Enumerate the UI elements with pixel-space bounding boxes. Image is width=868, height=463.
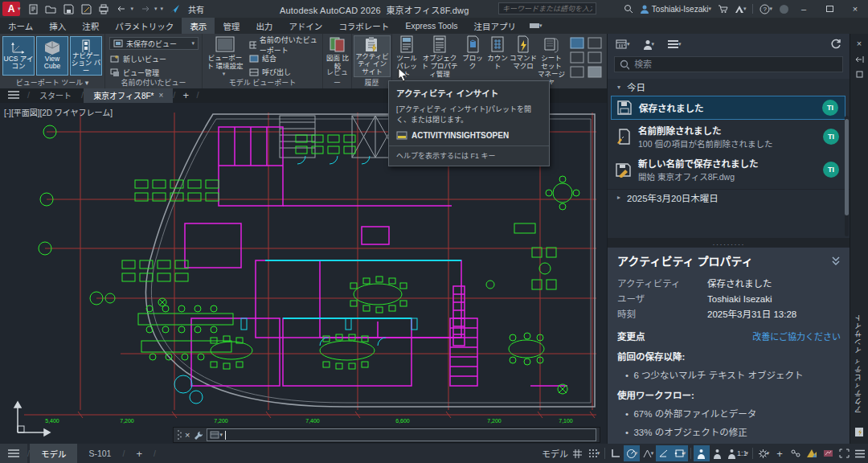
tab-output[interactable]: 出力: [248, 18, 280, 34]
navigation-bar-toggle-button[interactable]: ナビゲーション バー: [70, 36, 102, 76]
cart-icon[interactable]: [718, 4, 728, 14]
autodesk-apps-button[interactable]: ▾: [735, 5, 747, 14]
polar-tracking-toggle[interactable]: ▾: [624, 445, 640, 461]
command-close-icon[interactable]: ×: [185, 430, 190, 440]
help-search-input[interactable]: [498, 2, 596, 14]
layout-menu-icon[interactable]: [0, 444, 27, 463]
date-range-filter-button[interactable]: ▾: [616, 39, 630, 50]
tab-collaborate[interactable]: コラボレート: [330, 18, 397, 34]
tab-parametric[interactable]: パラメトリック: [107, 18, 182, 34]
viewport-controls-label[interactable]: [-][平面図][2D ワイヤフレーム]: [4, 106, 113, 118]
drawing-compare-button[interactable]: 図面 比較: [325, 35, 350, 71]
save-as-icon[interactable]: [80, 3, 92, 15]
tab-start[interactable]: スタート: [30, 87, 81, 103]
palette-properties-icon[interactable]: [856, 71, 863, 78]
isodraft-toggle[interactable]: ▾: [640, 445, 656, 461]
osnap-chevron-icon[interactable]: ▾: [683, 450, 686, 457]
tab-manage[interactable]: 管理: [215, 18, 248, 34]
graphics-performance-button[interactable]: [804, 445, 820, 461]
workspace-switching-button[interactable]: ▾: [755, 445, 772, 461]
redo-icon[interactable]: [139, 3, 151, 15]
activity-insights-button[interactable]: アクティビティ インサイト: [354, 35, 391, 77]
tab-featured-apps[interactable]: 注目アプリ: [466, 18, 525, 34]
named-viewports-button[interactable]: 名前の付いたビューポート: [249, 39, 322, 51]
command-line[interactable]: × ▾: [173, 427, 600, 443]
new-drawing-tab-button[interactable]: +: [175, 87, 196, 103]
command-history-icon[interactable]: [210, 431, 219, 439]
auto-hide-icon[interactable]: [855, 55, 864, 64]
tab-express-tools[interactable]: Express Tools: [397, 18, 465, 34]
view-dropdown[interactable]: 未保存のビュー▾: [109, 37, 199, 50]
plot-icon[interactable]: [98, 3, 110, 15]
new-layout-button[interactable]: +: [125, 444, 154, 463]
layout-tab-s101[interactable]: S-101: [77, 444, 122, 463]
file-tabs-menu-icon[interactable]: [0, 87, 27, 103]
history-scrollbar[interactable]: [845, 116, 849, 236]
viewport-config-button[interactable]: ビューポート 環境設定▾: [206, 35, 244, 77]
isolate-objects-button[interactable]: [788, 445, 804, 461]
restore-viewports-button[interactable]: 呼び出し: [249, 66, 291, 78]
tab-annotate[interactable]: 注釈: [74, 18, 107, 34]
new-file-icon[interactable]: [27, 3, 39, 15]
properties-palette-button[interactable]: オブジェクト プロパティ管理: [421, 35, 458, 78]
tab-view[interactable]: 表示: [182, 18, 215, 34]
palette-close-icon[interactable]: ×: [857, 39, 862, 48]
search-icon[interactable]: [624, 4, 633, 14]
palette-vertical-tab[interactable]: アクティビティ インサイト: [853, 313, 863, 413]
tab-drawing[interactable]: 東京オフィス8F*×: [84, 87, 173, 103]
annotation-visibility-toggle[interactable]: [694, 445, 710, 461]
annotation-scale-button[interactable]: 1:1▾: [726, 445, 750, 461]
palette-search-input[interactable]: [634, 59, 837, 69]
model-space-toggle[interactable]: モデル: [540, 445, 570, 461]
group-previous-date[interactable]: ▸ 2025年3月20日木曜日: [608, 189, 850, 205]
collapse-properties-icon[interactable]: [831, 256, 841, 265]
tab-insert[interactable]: 挿入: [41, 18, 74, 34]
command-wrench-icon[interactable]: [193, 430, 203, 440]
snap-chevron-icon[interactable]: ▾: [597, 450, 600, 457]
undo-icon[interactable]: [116, 3, 128, 15]
share-icon[interactable]: [169, 3, 181, 15]
undo-chevron-icon[interactable]: ▾: [131, 6, 134, 12]
history-item-purged[interactable]: 名前削除されました 100 個の項目が名前削除されました TI: [611, 121, 845, 153]
command-input[interactable]: ▾: [207, 428, 596, 441]
notifications-icon[interactable]: [779, 4, 789, 14]
count-palette-button[interactable]: カウント: [485, 35, 510, 71]
clean-screen-button[interactable]: [836, 445, 852, 461]
group-today[interactable]: ▾ 今日: [608, 79, 850, 95]
event-type-filter-button[interactable]: ▾: [667, 39, 682, 49]
isodraft-chevron-icon[interactable]: ▾: [651, 450, 654, 457]
user-account-button[interactable]: Toshiaki-Isezaki▾: [640, 4, 711, 14]
autoscale-toggle[interactable]: [710, 445, 726, 461]
hardware-acceleration-button[interactable]: [820, 445, 836, 461]
object-snap-toggle[interactable]: ▾: [672, 445, 688, 461]
blocks-palette-button[interactable]: ブロック: [460, 35, 485, 71]
restore-button[interactable]: [817, 0, 842, 18]
help-button[interactable]: ?▾: [760, 4, 772, 14]
command-line-grip[interactable]: [177, 429, 182, 440]
object-snap-tracking-toggle[interactable]: [656, 445, 672, 461]
palette-search-box[interactable]: [614, 56, 843, 72]
history-item-saved[interactable]: 保存されました TI: [611, 96, 845, 120]
grid-toggle[interactable]: [570, 445, 586, 461]
new-view-button[interactable]: 新しいビュー: [110, 53, 166, 65]
feedback-link[interactable]: 改善にご協力ください: [752, 330, 841, 342]
group-label-viewport-tools[interactable]: ビューポート ツール ▾: [0, 77, 104, 88]
tab-home[interactable]: ホーム: [0, 18, 41, 34]
ribbon-display-toggle[interactable]: ▾: [529, 18, 542, 34]
layout-tab-model[interactable]: モデル: [30, 444, 78, 463]
close-button[interactable]: ×: [842, 0, 868, 18]
ortho-toggle[interactable]: [608, 445, 624, 461]
snap-toggle[interactable]: ▾: [586, 445, 602, 461]
ucs-icon-toggle-button[interactable]: UCS アイコン: [2, 36, 35, 76]
user-filter-button[interactable]: ▾: [643, 39, 655, 50]
refresh-button[interactable]: [830, 39, 841, 50]
polar-chevron-icon[interactable]: ▾: [635, 450, 638, 457]
share-label[interactable]: 共有: [188, 3, 204, 15]
command-recent-chevron-icon[interactable]: ▾: [219, 432, 223, 438]
save-icon[interactable]: [63, 3, 75, 15]
redo-chevron-icon[interactable]: ▾: [154, 6, 158, 12]
panel-resize-handle[interactable]: .........: [608, 238, 850, 248]
close-drawing-icon[interactable]: ×: [159, 91, 164, 100]
qat-menu-chevron-icon[interactable]: ▾: [161, 6, 164, 12]
scale-chevron-icon[interactable]: ▾: [745, 450, 748, 457]
